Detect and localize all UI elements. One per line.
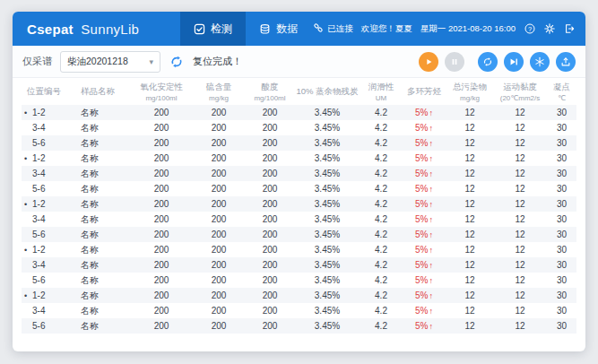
sample-name-cell: 名称 [75,181,131,196]
start-button[interactable] [419,52,438,72]
acidity-cell: 200 [246,105,294,120]
reset-icon[interactable] [169,54,185,70]
oxidation-cell: 200 [131,181,192,196]
residue-cell: 3.45% [294,212,360,227]
oxidation-cell: 200 [131,120,192,135]
tab-data-label: 数据 [276,22,298,37]
brand-name: Csepat [27,22,74,37]
logout-icon[interactable] [563,23,575,35]
freeze-cell: 30 [547,242,576,257]
table-row[interactable]: 3-4名称2002002003.45%4.25%↑121230 [22,120,576,135]
recipe-select[interactable]: 柴油20201218 ▾ [60,51,160,73]
connection-status-label: 已连接 [327,23,353,35]
acidity-cell: 200 [246,303,294,318]
column-header: 酸度mg/100ml [246,78,294,105]
table-row[interactable]: 3-4名称2002002003.45%4.25%↑121230 [22,303,576,318]
export-button[interactable] [556,52,576,72]
sulfur-cell: 200 [192,196,246,212]
acidity-cell: 200 [246,257,294,273]
contaminants-cell: 12 [446,303,493,318]
sample-name-cell: 名称 [75,273,131,288]
trend-up-icon: ↑ [429,307,433,316]
pause-button[interactable] [445,52,464,72]
position-cell: 5-6 [22,227,75,242]
pah-cell: 5%↑ [402,151,446,166]
results-table: 位置编号样品名称氧化安定性mg/100ml硫含量mg/kg酸度mg/100ml1… [22,78,576,334]
pah-cell: 5%↑ [402,196,446,212]
lubricity-cell: 4.2 [360,273,402,288]
table-row[interactable]: 3-4名称2002002003.45%4.25%↑121230 [22,212,576,227]
sample-name-cell: 名称 [75,303,131,318]
table-row[interactable]: •1-2名称2002002003.45%4.25%↑121230 [22,105,576,120]
position-cell: 5-6 [22,181,75,196]
sulfur-cell: 200 [192,105,246,120]
freeze-cell: 30 [547,105,576,120]
table-row[interactable]: •1-2名称2002002003.45%4.25%↑121230 [22,242,576,257]
pah-cell: 5%↑ [402,242,446,257]
freeze-cell: 30 [547,166,576,181]
desktop-background: Csepat SunnyLib 检测 [0,0,598,364]
skip-forward-button[interactable] [504,52,524,72]
contaminants-cell: 12 [446,196,493,212]
sample-name-cell: 名称 [75,196,131,212]
oxidation-cell: 200 [131,135,192,151]
trend-up-icon: ↑ [429,139,433,148]
table-row[interactable]: 5-6名称2002002003.45%4.25%↑121230 [22,181,576,196]
table-row[interactable]: 3-4名称2002002003.45%4.25%↑121230 [22,257,576,273]
tab-data[interactable]: 数据 [246,12,311,46]
freeze-cell: 30 [547,318,576,334]
sync-button[interactable] [478,52,498,72]
pah-cell: 5%↑ [402,105,446,120]
lubricity-cell: 4.2 [360,166,402,181]
table-row[interactable]: 3-4名称2002002003.45%4.25%↑121230 [22,166,576,181]
sulfur-cell: 200 [192,212,246,227]
pah-cell: 5%↑ [402,288,446,303]
trend-up-icon: ↑ [429,200,433,209]
trend-up-icon: ↑ [429,291,433,300]
sample-name-cell: 名称 [75,242,131,257]
table-row[interactable]: •1-2名称2002002003.45%4.25%↑121230 [22,151,576,166]
oxidation-cell: 200 [131,318,192,334]
contaminants-cell: 12 [446,181,493,196]
app-logo: Csepat SunnyLib [27,22,139,37]
residue-cell: 3.45% [294,318,360,334]
help-icon[interactable]: ? [524,23,535,35]
pah-cell: 5%↑ [402,227,446,242]
sulfur-cell: 200 [192,151,246,166]
snowflake-button[interactable] [530,52,550,72]
viscosity-cell: 12 [493,151,547,166]
table-row[interactable]: •1-2名称2002002003.45%4.25%↑121230 [22,196,576,212]
column-header: 总污染物mg/kg [446,78,493,105]
table-row[interactable]: •1-2名称2002002003.45%4.25%↑121230 [22,288,576,303]
residue-cell: 3.45% [294,135,360,151]
main-tabs: 检测 数据 [180,12,311,46]
table-row[interactable]: 5-6名称2002002003.45%4.25%↑121230 [22,135,576,151]
viscosity-cell: 12 [493,303,547,318]
table-row[interactable]: 5-6名称2002002003.45%4.25%↑121230 [22,273,576,288]
position-cell: •1-2 [22,288,75,303]
acidity-cell: 200 [246,181,294,196]
table-row[interactable]: 5-6名称2002002003.45%4.25%↑121230 [22,227,576,242]
lubricity-cell: 4.2 [360,318,402,334]
freeze-cell: 30 [547,212,576,227]
table-row[interactable]: 5-6名称2002002003.45%4.25%↑121230 [22,318,576,334]
column-header: 10% 蒸余物残炭 [294,78,360,105]
viscosity-cell: 12 [493,166,547,181]
residue-cell: 3.45% [294,303,360,318]
settings-gear-icon[interactable] [543,23,555,35]
acidity-cell: 200 [246,227,294,242]
pah-cell: 5%↑ [402,318,446,334]
residue-cell: 3.45% [294,166,360,181]
trend-up-icon: ↑ [429,276,433,285]
lubricity-cell: 4.2 [360,105,402,120]
contaminants-cell: 12 [446,212,493,227]
position-cell: •1-2 [22,196,75,212]
viscosity-cell: 12 [493,212,547,227]
tab-detection[interactable]: 检测 [180,12,246,46]
viscosity-cell: 12 [493,288,547,303]
sample-name-cell: 名称 [75,166,131,181]
sulfur-cell: 200 [192,257,246,273]
sample-name-cell: 名称 [75,135,131,151]
column-header: 润滑性UM [360,78,402,105]
acidity-cell: 200 [246,120,294,135]
